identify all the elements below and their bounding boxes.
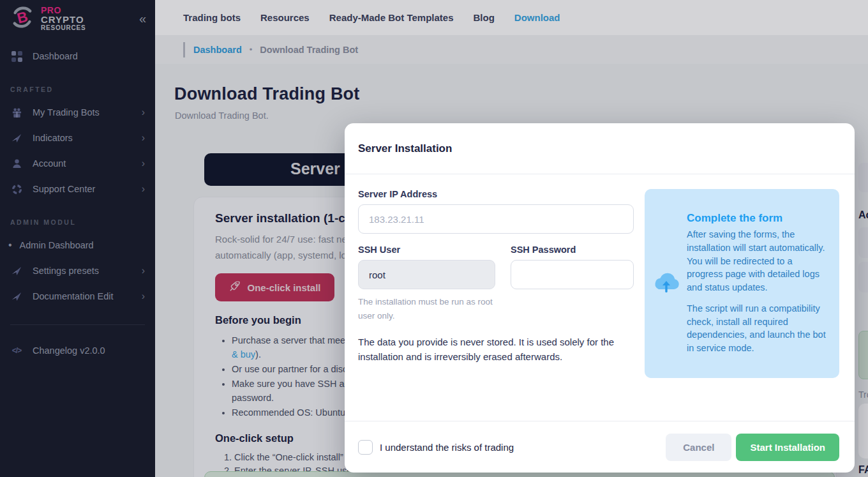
ssh-password-label: SSH Password (511, 245, 634, 255)
modal-header: Server Installation (345, 123, 855, 174)
start-installation-button[interactable]: Start Installation (736, 434, 839, 461)
risk-acknowledgement: I understand the risks of trading (358, 440, 514, 455)
ssh-user-input (358, 260, 495, 289)
modal-title: Server Installation (358, 142, 452, 155)
privacy-note: The data you provide is never stored. It… (358, 335, 634, 365)
ssh-password-input[interactable] (511, 260, 634, 289)
ssh-user-help: The installation must be run as root use… (358, 295, 495, 322)
server-installation-modal: Server Installation Server IP Address SS… (345, 123, 855, 473)
server-ip-input[interactable] (358, 204, 634, 234)
risk-checkbox[interactable] (358, 440, 373, 455)
modal-footer: I understand the risks of trading Cancel… (345, 421, 855, 473)
ssh-user-label: SSH User (358, 245, 495, 255)
info-text: Complete the form After saving the forms… (687, 212, 830, 354)
info-paragraph: After saving the forms, the installation… (687, 228, 830, 294)
info-panel: Complete the form After saving the forms… (645, 189, 839, 378)
app-window: B PRO CRYPTO RESOURCES « Dashboard CR (0, 0, 868, 477)
cloud-upload-icon (652, 272, 680, 295)
modal-actions: Cancel Start Installation (666, 434, 839, 461)
info-paragraph: The script will run a compatibility chec… (687, 302, 830, 354)
info-heading: Complete the form (687, 212, 830, 225)
modal-form: Server IP Address SSH User The installat… (358, 189, 634, 365)
server-ip-label: Server IP Address (358, 189, 634, 199)
risk-checkbox-label: I understand the risks of trading (380, 442, 514, 453)
cancel-button[interactable]: Cancel (666, 434, 731, 461)
modal-body: Server IP Address SSH User The installat… (345, 174, 855, 421)
